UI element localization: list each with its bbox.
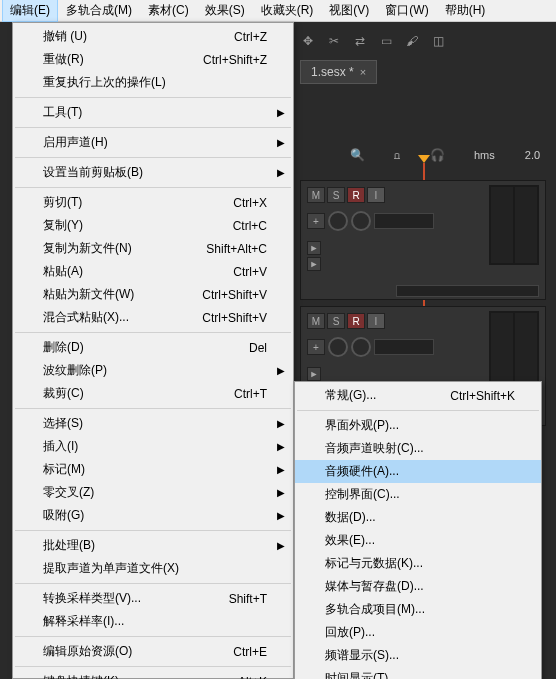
menu-item-shortcut: Ctrl+Z bbox=[234, 30, 267, 44]
prefs-menu-item-2[interactable]: 界面外观(P)... bbox=[295, 414, 541, 437]
edit-menu-item-33[interactable]: 编辑原始资源(O)Ctrl+E bbox=[13, 640, 293, 663]
menu-edit[interactable]: 编辑(E) bbox=[2, 0, 58, 22]
track-1-scrollbar[interactable] bbox=[396, 285, 539, 297]
menu-view[interactable]: 视图(V) bbox=[321, 0, 377, 22]
tab-close-icon[interactable]: × bbox=[360, 66, 366, 78]
menu-item-label: 时间显示(T)... bbox=[325, 670, 515, 679]
edit-menu-item-11[interactable]: 复制(Y)Ctrl+C bbox=[13, 214, 293, 237]
snap-icon[interactable]: ⩍ bbox=[394, 148, 400, 162]
edit-menu-item-28[interactable]: 提取声道为单声道文件(X) bbox=[13, 557, 293, 580]
edit-menu-item-6[interactable]: 启用声道(H)▶ bbox=[13, 131, 293, 154]
edit-menu-item-31[interactable]: 解释采样率(I)... bbox=[13, 610, 293, 633]
edit-menu-item-18[interactable]: 波纹删除(P)▶ bbox=[13, 359, 293, 382]
prefs-menu-item-3[interactable]: 音频声道映射(C)... bbox=[295, 437, 541, 460]
menu-item-shortcut: Del bbox=[249, 341, 267, 355]
edit-menu-item-19[interactable]: 裁剪(C)Ctrl+T bbox=[13, 382, 293, 405]
menu-separator bbox=[15, 530, 291, 531]
edit-menu-item-12[interactable]: 复制为新文件(N)Shift+Alt+C bbox=[13, 237, 293, 260]
slip-tool-icon[interactable]: ⇄ bbox=[352, 33, 368, 49]
menu-item-label: 裁剪(C) bbox=[43, 385, 234, 402]
edit-menu-item-13[interactable]: 粘贴(A)Ctrl+V bbox=[13, 260, 293, 283]
prefs-menu-item-5[interactable]: 控制界面(C)... bbox=[295, 483, 541, 506]
brush-tool-icon[interactable]: 🖌 bbox=[404, 33, 420, 49]
prefs-menu-item-11[interactable]: 回放(P)... bbox=[295, 621, 541, 644]
menu-help[interactable]: 帮助(H) bbox=[437, 0, 494, 22]
edit-menu-item-35[interactable]: 键盘快捷键(K)...Alt+K bbox=[13, 670, 293, 679]
solo-button[interactable]: S bbox=[327, 187, 345, 203]
menu-separator bbox=[15, 187, 291, 188]
edit-menu-item-2[interactable]: 重复执行上次的操作(L) bbox=[13, 71, 293, 94]
edit-menu-item-14[interactable]: 粘贴为新文件(W)Ctrl+Shift+V bbox=[13, 283, 293, 306]
edit-menu-item-17[interactable]: 删除(D)Del bbox=[13, 336, 293, 359]
prefs-menu-item-10[interactable]: 多轨合成项目(M)... bbox=[295, 598, 541, 621]
track-collapse-icon[interactable]: ► bbox=[307, 257, 321, 271]
headphones-icon[interactable]: 🎧 bbox=[430, 148, 444, 162]
edit-menu-item-15[interactable]: 混合式粘贴(X)...Ctrl+Shift+V bbox=[13, 306, 293, 329]
prefs-menu-item-7[interactable]: 效果(E)... bbox=[295, 529, 541, 552]
menu-separator bbox=[15, 636, 291, 637]
prefs-menu-item-13[interactable]: 时间显示(T)... bbox=[295, 667, 541, 679]
menu-item-label: 复制为新文件(N) bbox=[43, 240, 206, 257]
menu-window[interactable]: 窗口(W) bbox=[377, 0, 436, 22]
menu-item-label: 撤销 (U) bbox=[43, 28, 234, 45]
menu-item-label: 吸附(G) bbox=[43, 507, 267, 524]
edit-menu-item-27[interactable]: 批处理(B)▶ bbox=[13, 534, 293, 557]
solo-button[interactable]: S bbox=[327, 313, 345, 329]
menu-item-shortcut: Ctrl+Shift+Z bbox=[203, 53, 267, 67]
track-dropdown[interactable] bbox=[374, 339, 434, 355]
mute-button[interactable]: M bbox=[307, 187, 325, 203]
edit-menu-item-0[interactable]: 撤销 (U)Ctrl+Z bbox=[13, 25, 293, 48]
prefs-menu-item-6[interactable]: 数据(D)... bbox=[295, 506, 541, 529]
track-dropdown[interactable] bbox=[374, 213, 434, 229]
prefs-menu-item-12[interactable]: 频谱显示(S)... bbox=[295, 644, 541, 667]
input-button[interactable]: I bbox=[367, 313, 385, 329]
pan-knob[interactable] bbox=[351, 337, 371, 357]
edit-menu-item-22[interactable]: 插入(I)▶ bbox=[13, 435, 293, 458]
menu-favorites[interactable]: 收藏夹(R) bbox=[253, 0, 322, 22]
move-tool-icon[interactable]: ✥ bbox=[300, 33, 316, 49]
ruler-hms: hms bbox=[474, 149, 495, 161]
plus-button[interactable]: + bbox=[307, 213, 325, 229]
eraser-tool-icon[interactable]: ◫ bbox=[430, 33, 446, 49]
track-expand-icon[interactable]: ► bbox=[307, 241, 321, 255]
volume-knob[interactable] bbox=[328, 211, 348, 231]
track-expand-icon[interactable]: ► bbox=[307, 367, 321, 381]
edit-menu-item-10[interactable]: 剪切(T)Ctrl+X bbox=[13, 191, 293, 214]
edit-menu-item-25[interactable]: 吸附(G)▶ bbox=[13, 504, 293, 527]
submenu-arrow-icon: ▶ bbox=[277, 167, 285, 178]
prefs-menu-item-9[interactable]: 媒体与暂存盘(D)... bbox=[295, 575, 541, 598]
prefs-menu-item-4[interactable]: 音频硬件(A)... bbox=[295, 460, 541, 483]
menu-item-label: 媒体与暂存盘(D)... bbox=[325, 578, 515, 595]
razor-tool-icon[interactable]: ✂ bbox=[326, 33, 342, 49]
edit-menu-item-8[interactable]: 设置当前剪贴板(B)▶ bbox=[13, 161, 293, 184]
menu-item-label: 选择(S) bbox=[43, 415, 267, 432]
record-button[interactable]: R bbox=[347, 313, 365, 329]
track-1[interactable]: M S R I + ► ► bbox=[300, 180, 546, 300]
document-tab[interactable]: 1.sesx * × bbox=[300, 60, 377, 84]
menu-effects[interactable]: 效果(S) bbox=[197, 0, 253, 22]
pan-knob[interactable] bbox=[351, 211, 371, 231]
menu-separator bbox=[297, 410, 539, 411]
playhead-icon[interactable] bbox=[418, 155, 430, 163]
volume-knob[interactable] bbox=[328, 337, 348, 357]
selection-tool-icon[interactable]: ▭ bbox=[378, 33, 394, 49]
edit-menu-item-23[interactable]: 标记(M)▶ bbox=[13, 458, 293, 481]
edit-menu-item-4[interactable]: 工具(T)▶ bbox=[13, 101, 293, 124]
edit-menu-item-24[interactable]: 零交叉(Z)▶ bbox=[13, 481, 293, 504]
menu-clip[interactable]: 素材(C) bbox=[140, 0, 197, 22]
ruler-tick-2: 2.0 bbox=[525, 149, 540, 161]
prefs-menu-item-0[interactable]: 常规(G)...Ctrl+Shift+K bbox=[295, 384, 541, 407]
menu-separator bbox=[15, 332, 291, 333]
plus-button[interactable]: + bbox=[307, 339, 325, 355]
menu-multitrack[interactable]: 多轨合成(M) bbox=[58, 0, 140, 22]
zoom-icon[interactable]: 🔍 bbox=[350, 148, 364, 162]
edit-menu-item-21[interactable]: 选择(S)▶ bbox=[13, 412, 293, 435]
menu-item-label: 标记与元数据(K)... bbox=[325, 555, 515, 572]
input-button[interactable]: I bbox=[367, 187, 385, 203]
edit-menu-item-30[interactable]: 转换采样类型(V)...Shift+T bbox=[13, 587, 293, 610]
record-button[interactable]: R bbox=[347, 187, 365, 203]
mute-button[interactable]: M bbox=[307, 313, 325, 329]
submenu-arrow-icon: ▶ bbox=[277, 365, 285, 376]
prefs-menu-item-8[interactable]: 标记与元数据(K)... bbox=[295, 552, 541, 575]
edit-menu-item-1[interactable]: 重做(R)Ctrl+Shift+Z bbox=[13, 48, 293, 71]
